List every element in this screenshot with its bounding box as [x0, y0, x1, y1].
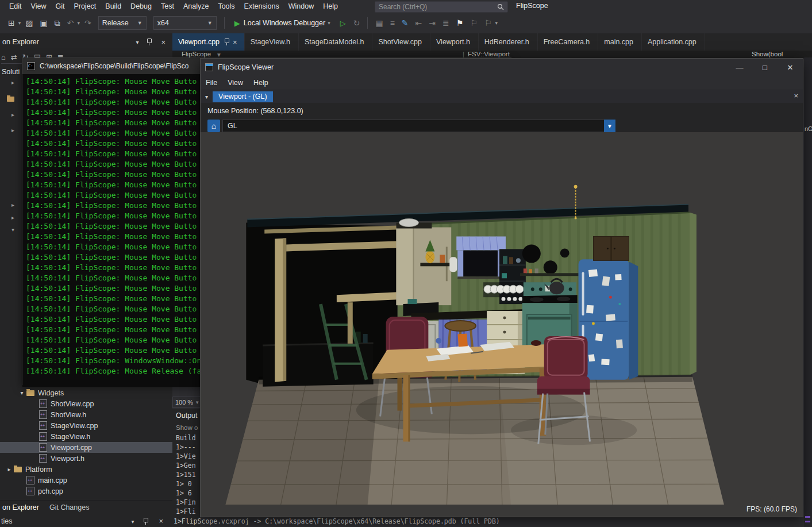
bookmark-icon[interactable]: ⚑: [454, 18, 466, 28]
pin-icon[interactable]: [143, 518, 148, 525]
pin-icon[interactable]: [224, 39, 229, 45]
platform-combo[interactable]: x64▼: [153, 16, 217, 30]
menu-item-test[interactable]: Test: [156, 2, 179, 10]
tree-item-stageview-h[interactable]: StageView.h: [0, 431, 172, 442]
quick-search-box[interactable]: Search (Ctrl+Q): [375, 1, 508, 13]
tree-chevron-icon[interactable]: ▸: [11, 127, 14, 133]
tree-chevron-icon[interactable]: ▸: [11, 79, 14, 86]
chevron-down-icon[interactable]: [131, 517, 134, 525]
viewer-menu-view[interactable]: View: [222, 79, 248, 87]
start-without-debugging-icon[interactable]: ▷: [337, 19, 349, 28]
menu-item-window[interactable]: Window: [284, 2, 318, 10]
tree-item-pch-cpp[interactable]: pch.cpp: [0, 486, 172, 497]
indent-decrease-icon[interactable]: ⇤: [413, 18, 425, 28]
close-icon[interactable]: ✕: [778, 59, 803, 76]
editor-tab-viewport-h[interactable]: Viewport.h: [430, 33, 479, 51]
configuration-combo[interactable]: Release▼: [98, 16, 147, 30]
menu-item-help[interactable]: Help: [318, 2, 342, 10]
menu-item-build[interactable]: Build: [101, 2, 126, 10]
output-line: Build: [172, 433, 200, 443]
start-debugging-button[interactable]: ▶ Local Windows Debugger ▾: [230, 16, 335, 30]
tab-solution-explorer[interactable]: on Explorer: [2, 503, 39, 511]
renderer-dropdown-icon[interactable]: ▼: [604, 120, 615, 132]
new-project-icon[interactable]: ⊞: [6, 18, 17, 28]
tree-item-widgets[interactable]: ▾Widgets: [0, 387, 172, 398]
tree-chevron-icon[interactable]: ▸: [11, 202, 14, 208]
viewport-3d[interactable]: FPS: (60.0 FPS): [201, 132, 803, 517]
menu-item-project[interactable]: Project: [69, 2, 101, 10]
menu-item-extensions[interactable]: Extensions: [240, 2, 284, 10]
viewer-title-bar[interactable]: FlipScope Viewer — □ ✕: [201, 59, 803, 76]
tree-item-platform[interactable]: ▸Platform: [0, 464, 172, 475]
indent-increase-icon[interactable]: ⇥: [426, 18, 438, 28]
tab-git-changes[interactable]: Git Changes: [49, 503, 89, 511]
undo-dropdown-icon[interactable]: ▾: [77, 20, 80, 26]
tree-item-viewport-h[interactable]: Viewport.h: [0, 453, 172, 464]
tree-chevron-icon[interactable]: ▾: [17, 390, 26, 396]
viewer-menu-help[interactable]: Help: [248, 79, 274, 87]
folder-icon: [7, 97, 14, 102]
toolbar-overflow-icon[interactable]: ▾: [495, 20, 498, 26]
redo-icon[interactable]: ↷: [82, 18, 94, 28]
close-icon[interactable]: [160, 38, 167, 47]
menu-item-debug[interactable]: Debug: [126, 2, 156, 10]
flipscope-viewer-window[interactable]: FlipScope Viewer — □ ✕ FileViewHelp View…: [200, 58, 803, 517]
chevron-down-icon[interactable]: [136, 38, 138, 46]
switch-views-icon[interactable]: ⇄: [11, 53, 17, 61]
cpp-icon: [39, 399, 47, 408]
close-icon[interactable]: [157, 517, 164, 525]
menu-item-view[interactable]: View: [26, 2, 51, 10]
menu-item-git[interactable]: Git: [51, 2, 69, 10]
tree-chevron-icon[interactable]: ▸: [5, 466, 14, 472]
attach-icon[interactable]: ▦: [373, 18, 385, 28]
output-tab[interactable]: Output: [172, 409, 200, 421]
save-all-icon[interactable]: ⧉: [52, 18, 63, 28]
prev-bookmark-icon[interactable]: ⚐: [468, 18, 480, 28]
tree-item-shotview-cpp[interactable]: ShotView.cpp: [0, 398, 172, 409]
home-icon[interactable]: ⌂: [207, 120, 220, 132]
close-tab-icon[interactable]: [232, 38, 238, 47]
tree-item-main-cpp[interactable]: main.cpp: [0, 475, 172, 486]
renderer-combo[interactable]: GL: [222, 120, 607, 132]
editor-tab-application-cpp[interactable]: Application.cpp: [642, 33, 705, 51]
tree-chevron-icon[interactable]: ▸: [11, 111, 14, 118]
minimize-icon[interactable]: —: [727, 59, 752, 76]
editor-tab-freecamera-h[interactable]: FreeCamera.h: [538, 33, 599, 51]
list-members-icon[interactable]: ≡: [388, 18, 397, 28]
viewer-menu-file[interactable]: File: [201, 79, 222, 87]
tree-chevron-icon[interactable]: ▸: [11, 214, 14, 221]
undo-icon[interactable]: ↶: [65, 18, 76, 28]
save-icon[interactable]: ▣: [38, 18, 50, 28]
viewport-3d-scene[interactable]: [201, 132, 803, 517]
breadcrumb-symbol[interactable]: FSV::Viewport: [468, 51, 510, 57]
editor-tab-main-cpp[interactable]: main.cpp: [598, 33, 642, 51]
editor-tab-stageview-h[interactable]: StageView.h: [245, 33, 299, 51]
editor-tab-shotview-cpp[interactable]: ShotView.cpp: [372, 33, 430, 51]
hot-reload-icon[interactable]: ↻: [351, 18, 363, 28]
panel-chevron-icon[interactable]: [205, 93, 208, 101]
line-spacing-icon[interactable]: ≣: [440, 18, 452, 28]
pin-icon[interactable]: [147, 39, 152, 45]
editor-tab-viewport-cpp[interactable]: Viewport.cpp: [172, 33, 245, 51]
editor-tab-stagedatamodel-h[interactable]: StageDataModel.h: [299, 33, 373, 51]
tree-item-stageview-cpp[interactable]: StageView.cpp: [0, 420, 172, 431]
editor-zoom-control[interactable]: 100 % ▼: [172, 397, 202, 408]
open-folder-icon[interactable]: ▨: [23, 18, 35, 28]
next-bookmark-icon[interactable]: ⚐: [482, 18, 494, 28]
editor-tab-hdrenderer-h[interactable]: HdRenderer.h: [479, 33, 538, 51]
maximize-icon[interactable]: □: [752, 59, 778, 76]
viewport-panel-tab[interactable]: Viewport - (GL): [213, 91, 273, 102]
new-project-dropdown-icon[interactable]: ▾: [18, 20, 21, 26]
menu-item-tools[interactable]: Tools: [213, 2, 239, 10]
tree-item-viewport-cpp[interactable]: Viewport.cpp: [0, 442, 172, 453]
tree-item-shotview-h[interactable]: ShotView.h: [0, 409, 172, 420]
edit-icon[interactable]: ✎: [399, 18, 411, 28]
home-icon[interactable]: ⌂: [1, 53, 6, 61]
menu-item-edit[interactable]: Edit: [5, 2, 26, 10]
menu-item-analyze[interactable]: Analyze: [179, 2, 213, 10]
close-panel-icon[interactable]: [792, 91, 799, 100]
chevron-down-icon: ▼: [207, 20, 213, 26]
folder-icon: [14, 467, 22, 472]
tree-chevron-icon[interactable]: ▾: [11, 226, 14, 233]
breadcrumb-project[interactable]: FlipScope: [182, 51, 211, 57]
